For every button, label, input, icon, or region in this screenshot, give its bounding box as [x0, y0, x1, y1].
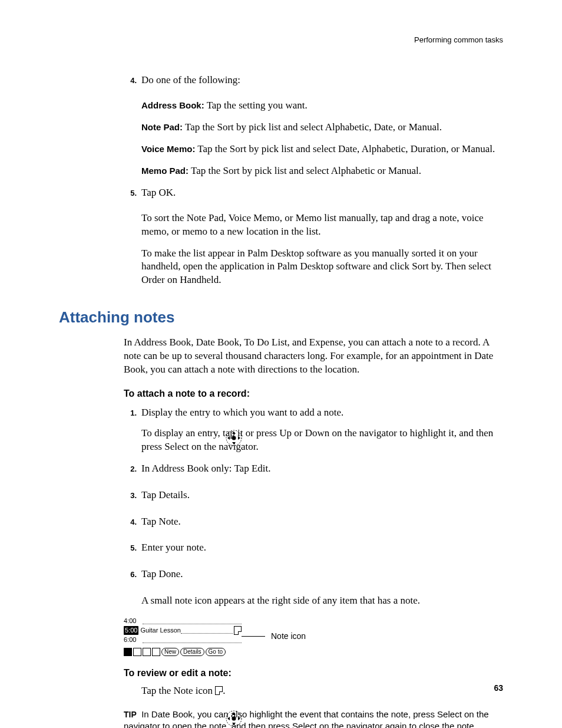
text-memo-pad: Tap the Sort by pick list and select Alp… — [189, 165, 421, 176]
svg-point-1 — [232, 436, 236, 440]
step-number: 4. — [124, 74, 141, 94]
step-number: 3. — [124, 489, 141, 509]
step-4: 4. Do one of the following: — [124, 74, 503, 94]
review-text-a: Tap the Note icon — [141, 685, 215, 696]
fig-btn-new: New — [161, 648, 179, 656]
step-lead: Do one of the following: — [141, 74, 503, 87]
sort-manual-paragraph: To sort the Note Pad, Voice Memo, or Mem… — [141, 212, 503, 239]
review-text-b: . — [223, 685, 225, 696]
option-voice-memo: Voice Memo: Tap the Sort by pick list an… — [141, 143, 503, 156]
label-address-book: Address Book: — [141, 100, 204, 110]
option-address-book: Address Book: Tap the setting you want. — [141, 99, 503, 113]
note-icon — [215, 686, 223, 695]
label-voice-memo: Voice Memo: — [141, 144, 195, 154]
fig-btn-details: Details — [180, 648, 204, 656]
step-number: 4. — [124, 515, 141, 536]
svg-marker-5 — [238, 436, 240, 440]
step-lead: Tap OK. — [141, 186, 503, 200]
attach-step-3: 3. Tap Details. — [124, 489, 503, 509]
text-note-pad: Tap the Sort by pick list and select Alp… — [183, 121, 442, 133]
svg-marker-2 — [232, 431, 236, 434]
svg-marker-3 — [232, 442, 236, 444]
fig-time-600: 6:00 — [124, 635, 143, 644]
review-note-text: Tap the Note icon . — [141, 684, 503, 698]
text-voice-memo: Tap the Sort by pick list and select Dat… — [195, 143, 495, 154]
step-text: Enter your note. — [141, 541, 503, 555]
step-text: Tap Note. — [141, 515, 503, 529]
label-memo-pad: Memo Pad: — [141, 166, 189, 176]
svg-marker-9 — [232, 723, 236, 725]
tip-paragraph: TIP In Date Book, you can also highlight… — [124, 709, 503, 728]
svg-marker-4 — [227, 436, 230, 440]
section-intro: In Address Book, Date Book, To Do List, … — [124, 336, 503, 377]
text-address-book: Tap the setting you want. — [204, 100, 308, 111]
attach-result: A small note icon appears at the right s… — [141, 594, 503, 608]
fig-btn-goto: Go to — [206, 648, 226, 656]
svg-marker-8 — [232, 712, 236, 714]
navigator-icon — [225, 710, 243, 727]
running-header: Performing common tasks — [59, 35, 503, 44]
svg-marker-10 — [227, 717, 230, 720]
attach-step-5: 5. Enter your note. — [124, 541, 503, 562]
attach-step-4: 4. Tap Note. — [124, 515, 503, 536]
label-note-pad: Note Pad: — [141, 122, 183, 132]
subheading-attach-note: To attach a note to a record: — [124, 387, 503, 400]
option-memo-pad: Memo Pad: Tap the Sort by pick list and … — [141, 164, 503, 178]
step-text: In Address Book only: Tap Edit. — [141, 462, 503, 476]
svg-marker-11 — [238, 717, 240, 720]
figure-callout-label: Note icon — [271, 631, 306, 642]
step-number: 6. — [124, 568, 141, 588]
svg-point-7 — [232, 716, 236, 720]
step-number: 5. — [124, 541, 141, 562]
fig-toolbar-icon — [124, 648, 132, 656]
section-heading-attaching-notes: Attaching notes — [59, 307, 503, 328]
step-number: 2. — [124, 462, 141, 483]
step-number: 5. — [124, 186, 141, 207]
palm-desktop-paragraph: To make the list appear in Palm Desktop … — [141, 247, 503, 288]
fig-time-400: 4:00 — [124, 617, 143, 625]
step-text: Tap Details. — [141, 489, 503, 502]
attach-step-2: 2. In Address Book only: Tap Edit. — [124, 462, 503, 483]
navigator-icon — [225, 429, 243, 447]
page-number: 63 — [494, 683, 503, 693]
fig-time-500: 5:00 — [124, 626, 138, 635]
fig-toolbar-icon — [143, 648, 151, 656]
attach-step-6: 6. Tap Done. — [124, 568, 503, 588]
fig-toolbar-icon — [152, 648, 160, 656]
option-note-pad: Note Pad: Tap the Sort by pick list and … — [141, 121, 503, 134]
step-text: Tap Done. — [141, 568, 503, 581]
figure-datebook-screenshot: 4:00 5:00 Guitar Lesson 6:00 — [124, 616, 503, 656]
fig-toolbar-icon — [133, 648, 141, 656]
tip-text: In Date Book, you can also highlight the… — [124, 709, 489, 728]
figure-callout-line — [242, 636, 265, 637]
subheading-review-note: To review or edit a note: — [124, 667, 503, 680]
step-5: 5. Tap OK. — [124, 186, 503, 207]
attach-step-1: 1. Display the entry to which you want t… — [124, 406, 503, 427]
note-icon — [234, 626, 242, 635]
step-number: 1. — [124, 406, 141, 427]
fig-entry-guitar: Guitar Lesson — [140, 626, 180, 635]
tip-label: TIP — [124, 710, 137, 719]
navigator-tip: To display an entry, tap it or press Up … — [141, 427, 503, 454]
step-text: Display the entry to which you want to a… — [141, 406, 503, 420]
